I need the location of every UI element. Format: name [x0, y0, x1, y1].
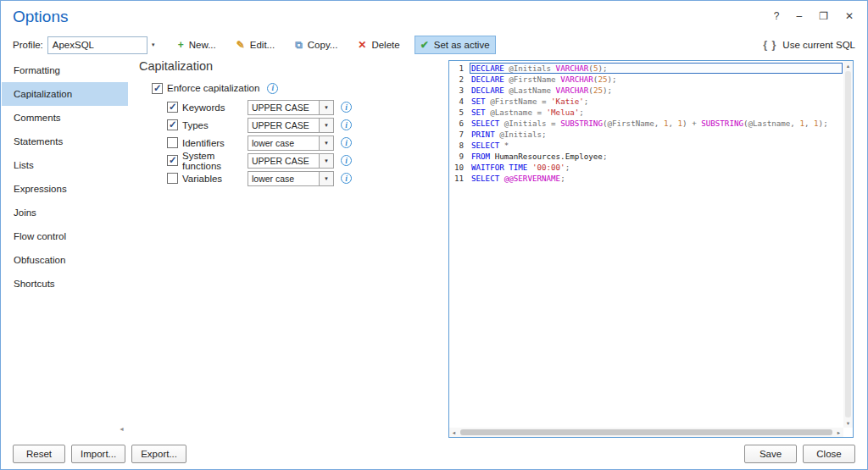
sidebar-item-lists[interactable]: Lists [2, 153, 128, 177]
keywords-checkbox[interactable] [167, 102, 178, 113]
info-icon[interactable]: i [341, 119, 352, 130]
scroll-down-icon[interactable]: ▼ [843, 418, 853, 428]
dropdown-arrow-icon[interactable]: ▼ [320, 100, 334, 115]
info-icon[interactable]: i [267, 83, 278, 94]
copy-button[interactable]: ⧉Copy... [289, 36, 343, 54]
edit-button[interactable]: ✎Edit... [231, 36, 281, 54]
panel-title: Capitalization [139, 59, 446, 73]
close-icon[interactable]: ✕ [845, 10, 854, 22]
info-icon[interactable]: i [341, 137, 352, 148]
types-row: TypesUPPER CASE▼i [167, 116, 446, 134]
scroll-left-icon[interactable]: ◄ [449, 428, 459, 437]
types-label: Types [182, 120, 248, 130]
sql-line-6: 6SELECT @Initials = SUBSTRING(@FirstName… [450, 118, 843, 129]
use-current-sql-button[interactable]: { } Use current SQL [763, 39, 855, 51]
set-as-active-button[interactable]: ✔Set as active [415, 36, 496, 54]
line-number: 6 [450, 119, 470, 128]
info-icon[interactable]: i [341, 173, 352, 184]
sidebar-scroll-left-icon[interactable]: ◄ [119, 426, 125, 432]
identifiers-label: Identifiers [182, 138, 248, 148]
maximize-icon[interactable]: ❐ [819, 10, 828, 22]
new-button[interactable]: +New... [172, 36, 222, 54]
system-functions-select[interactable]: UPPER CASE [248, 153, 320, 169]
options-window: Options ? – ❐ ✕ Profile: ApexSQL ▼ +New.… [0, 0, 868, 470]
sidebar-item-formatting[interactable]: Formatting [2, 58, 128, 82]
enforce-capitalization-row: Enforce capitalization i [152, 80, 446, 97]
import-button[interactable]: Import... [71, 445, 125, 463]
pencil-icon: ✎ [236, 40, 245, 50]
profile-dropdown-arrow-icon[interactable]: ▼ [147, 42, 160, 47]
sidebar-item-capitalization[interactable]: Capitalization [2, 82, 128, 106]
sidebar-item-joins[interactable]: Joins [2, 201, 128, 224]
line-text: SELECT @@SERVERNAME; [470, 173, 843, 184]
identifiers-select[interactable]: lower case [248, 135, 320, 151]
check-icon: ✔ [420, 40, 429, 50]
new-label: New... [189, 40, 216, 50]
scroll-up-icon[interactable]: ▲ [843, 61, 853, 70]
sidebar-item-statements[interactable]: Statements [2, 130, 128, 153]
line-number: 5 [450, 108, 470, 117]
capitalization-panel: Capitalization Enforce capitalization i … [136, 58, 446, 187]
horizontal-scroll-thumb[interactable] [460, 429, 832, 435]
sql-line-10: 10WAITFOR TIME '00:00'; [450, 162, 843, 173]
variables-row: Variableslower case▼i [167, 169, 446, 187]
system-functions-row: System functionsUPPER CASE▼i [167, 152, 446, 169]
toolbar-buttons: +New...✎Edit...⧉Copy...✕Delete✔Set as ac… [172, 36, 496, 54]
line-text: DECLARE @FirstName VARCHAR(25); [470, 74, 843, 85]
horizontal-scrollbar[interactable]: ◄ ► [449, 428, 843, 437]
dropdown-arrow-icon[interactable]: ▼ [320, 153, 334, 169]
dropdown-arrow-icon[interactable]: ▼ [320, 135, 334, 151]
variables-checkbox[interactable] [167, 173, 178, 184]
reset-button[interactable]: Reset [13, 445, 65, 463]
vertical-scroll-thumb[interactable] [845, 71, 851, 417]
keywords-select[interactable]: UPPER CASE [248, 100, 320, 115]
info-icon[interactable]: i [341, 155, 352, 166]
keywords-row: KeywordsUPPER CASE▼i [167, 98, 446, 116]
types-select[interactable]: UPPER CASE [248, 118, 320, 133]
vertical-scrollbar[interactable]: ▲ ▼ [843, 61, 853, 428]
delete-x-icon: ✕ [358, 40, 366, 50]
info-icon[interactable]: i [341, 102, 352, 113]
sql-line-2: 2DECLARE @FirstName VARCHAR(25); [450, 74, 843, 85]
profile-toolbar: Profile: ApexSQL ▼ +New...✎Edit...⧉Copy.… [1, 32, 867, 58]
sql-line-11: 11SELECT @@SERVERNAME; [450, 173, 843, 184]
types-checkbox[interactable] [167, 119, 178, 130]
sidebar-item-flow-control[interactable]: Flow control [2, 224, 128, 248]
export-button[interactable]: Export... [131, 445, 186, 463]
scroll-right-icon[interactable]: ► [834, 428, 843, 437]
close-button[interactable]: Close [803, 445, 855, 463]
line-text: DECLARE @LastName VARCHAR(25); [470, 85, 843, 96]
system-functions-checkbox[interactable] [167, 155, 178, 166]
help-icon[interactable]: ? [774, 10, 780, 22]
minimize-icon[interactable]: – [796, 10, 802, 22]
line-number: 8 [450, 141, 470, 150]
line-number: 2 [450, 75, 470, 84]
sidebar-item-shortcuts[interactable]: Shortcuts [2, 272, 128, 296]
window-title: Options [13, 8, 68, 26]
plus-icon: + [178, 40, 184, 50]
sidebar-item-expressions[interactable]: Expressions [2, 177, 128, 201]
dropdown-arrow-icon[interactable]: ▼ [320, 171, 334, 186]
braces-icon: { } [763, 39, 776, 51]
copy-icon: ⧉ [295, 40, 303, 50]
line-text: SELECT * [470, 140, 843, 151]
line-text: SELECT @Initials = SUBSTRING(@FirstName,… [470, 118, 843, 129]
variables-select[interactable]: lower case [248, 171, 320, 186]
delete-button[interactable]: ✕Delete [352, 36, 405, 54]
sidebar-item-obfuscation[interactable]: Obfuscation [2, 248, 128, 272]
enforce-capitalization-checkbox[interactable] [152, 83, 163, 94]
line-number: 10 [450, 163, 470, 172]
dropdown-arrow-icon[interactable]: ▼ [320, 118, 334, 133]
sidebar-item-comments[interactable]: Comments [2, 106, 128, 130]
line-text: DECLARE @Initials VARCHAR(5); [470, 63, 843, 74]
set-as-active-label: Set as active [434, 40, 490, 50]
save-button[interactable]: Save [744, 445, 797, 463]
sidebar: FormattingCapitalizationCommentsStatemen… [2, 58, 128, 296]
edit-label: Edit... [250, 40, 275, 50]
delete-label: Delete [371, 40, 399, 50]
profile-combobox[interactable]: ApexSQL [47, 36, 147, 54]
profile-value: ApexSQL [53, 40, 94, 50]
line-number: 7 [450, 130, 470, 139]
sql-preview-panel[interactable]: 1DECLARE @Initials VARCHAR(5);2DECLARE @… [448, 60, 854, 438]
identifiers-checkbox[interactable] [167, 137, 178, 148]
